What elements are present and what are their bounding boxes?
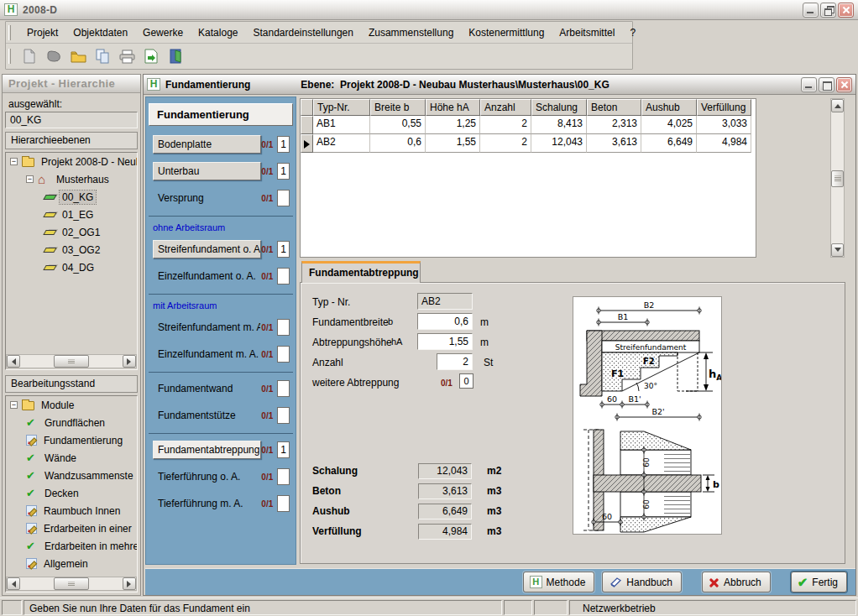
cell-breite[interactable]: 0,6	[370, 134, 426, 153]
restore-button[interactable]	[820, 3, 836, 18]
menu-item[interactable]: Gewerke	[135, 24, 191, 41]
module-button[interactable]: Fundamentabtreppung	[153, 441, 261, 459]
tree-item-label[interactable]: Wandzusammenste	[42, 469, 136, 483]
menu-item[interactable]: ?	[622, 24, 643, 41]
column-header[interactable]: Verfüllung	[697, 99, 751, 116]
count-input[interactable]: 1	[277, 441, 290, 458]
menu-item[interactable]: Objektdaten	[65, 24, 135, 41]
module-button[interactable]	[146, 290, 272, 297]
tree-item[interactable]: Raumbuch Innen	[6, 502, 137, 519]
count-input[interactable]	[277, 319, 290, 336]
tree-item[interactable]: 02_OG1	[6, 223, 137, 241]
close-button[interactable]	[838, 3, 854, 18]
tree-item[interactable]: Fundamentierung	[6, 431, 137, 449]
cell-beton[interactable]: 3,613	[587, 134, 641, 153]
menu-item[interactable]: Kostenermittlung	[461, 24, 552, 41]
tree-item[interactable]: Grundflächen	[6, 414, 137, 431]
tree-item[interactable]: Wände	[6, 449, 137, 467]
cell-verfuellung[interactable]: 4,984	[697, 134, 751, 153]
methode-button[interactable]: Methode	[523, 572, 595, 593]
tree-item-label[interactable]: 04_DG	[60, 261, 97, 274]
row-selector[interactable]	[301, 116, 313, 134]
expand-collapse-icon[interactable]	[10, 401, 18, 409]
menu-item[interactable]: Arbeitsmittel	[552, 24, 622, 41]
module-button[interactable]: Tieferführung m. A.	[153, 494, 261, 513]
minimize-button[interactable]	[801, 77, 817, 92]
column-header[interactable]: Anzahl	[480, 99, 531, 116]
anzahl-input[interactable]: 2	[437, 353, 473, 370]
column-header[interactable]: Höhe hA	[426, 99, 480, 116]
open-document-icon[interactable]	[45, 48, 62, 65]
count-input[interactable]	[277, 468, 290, 485]
count-input[interactable]	[277, 495, 290, 512]
tree-item-label[interactable]: Musterhaus	[54, 173, 112, 186]
menu-item[interactable]: Kataloge	[191, 24, 245, 41]
tree-item[interactable]: 04_DG	[6, 258, 137, 276]
cell-anzahl[interactable]: 2	[480, 134, 531, 153]
cell-typ[interactable]: AB1	[313, 116, 370, 134]
scroll-thumb[interactable]	[54, 355, 89, 368]
module-button[interactable]: Einzelfundament m. A.	[153, 345, 261, 363]
tree-item-label[interactable]: 02_OG1	[60, 226, 102, 239]
column-header[interactable]: Schalung	[531, 99, 587, 116]
maximize-button[interactable]	[819, 77, 834, 92]
count-input[interactable]	[277, 346, 290, 363]
count-input[interactable]: 1	[277, 136, 290, 153]
module-button[interactable]: Unterbau	[153, 162, 261, 180]
fertig-button[interactable]: Fertig	[791, 572, 847, 593]
scroll-thumb[interactable]	[831, 170, 844, 187]
tree-item-label[interactable]: Decken	[42, 487, 81, 500]
cell-anzahl[interactable]: 2	[480, 116, 531, 134]
tree-item-label[interactable]: Projekt 2008-D - Neubau	[39, 155, 138, 169]
tree-item[interactable]: Projekt 2008-D - Neubau	[6, 153, 137, 170]
tree-item-label[interactable]: Allgemein	[41, 557, 91, 571]
count-input[interactable]	[277, 380, 290, 397]
count-input[interactable]	[277, 407, 290, 424]
scroll-left-icon[interactable]	[7, 355, 20, 368]
tree-item[interactable]: Erdarbeiten in einer	[6, 519, 137, 537]
cell-verfuellung[interactable]: 3,033	[697, 116, 751, 134]
module-button[interactable]: mit Arbeitsraum	[153, 300, 217, 311]
scroll-right-icon[interactable]	[123, 577, 136, 590]
count-input[interactable]: 1	[277, 163, 290, 180]
table-vscrollbar[interactable]	[830, 98, 845, 258]
column-header[interactable]: Beton	[587, 99, 641, 116]
tree-item[interactable]: Erdarbeiten in mehre	[6, 537, 137, 555]
tree-item[interactable]: 00_KG	[6, 188, 137, 206]
module-button[interactable]: Bodenplatte	[153, 135, 261, 154]
table-row[interactable]: AB1 0,55 1,25 2 8,413 2,313 4,025 3,033	[301, 116, 756, 134]
scroll-down-icon[interactable]	[831, 243, 844, 257]
tree-item-label[interactable]: Module	[39, 399, 76, 412]
tree-item-label[interactable]: Grundflächen	[42, 416, 107, 430]
tree-item-label[interactable]: Fundamentierung	[41, 434, 125, 447]
cell-schalung[interactable]: 12,043	[531, 134, 587, 153]
expand-collapse-icon[interactable]	[10, 158, 18, 165]
print-icon[interactable]	[118, 48, 135, 65]
hierarchy-hscrollbar[interactable]	[6, 354, 137, 368]
cell-breite[interactable]: 0,55	[370, 116, 426, 134]
close-button[interactable]	[836, 77, 852, 92]
tab-fundamentabtreppung[interactable]: Fundamentabtreppung	[301, 261, 421, 283]
scroll-thumb[interactable]	[54, 577, 89, 590]
tree-item-label[interactable]: Wände	[42, 452, 79, 465]
tree-item[interactable]: Module	[6, 396, 137, 414]
row-selector[interactable]	[301, 134, 313, 153]
menu-item[interactable]: Projekt	[19, 24, 65, 41]
new-document-icon[interactable]	[21, 48, 38, 65]
module-button[interactable]	[146, 430, 272, 436]
module-button[interactable]: Streifenfundament m. A.	[153, 318, 261, 337]
cell-beton[interactable]: 2,313	[587, 116, 641, 134]
tree-item[interactable]: Decken	[6, 484, 137, 502]
tree-item-label[interactable]: Erdarbeiten in mehre	[42, 540, 138, 553]
cell-aushub[interactable]: 6,649	[641, 134, 697, 153]
column-header[interactable]: Typ-Nr.	[313, 99, 370, 116]
fundamentbreite-input[interactable]: 0,6	[417, 313, 473, 330]
module-button[interactable]: Fundamentwand	[153, 379, 261, 398]
table-row[interactable]: AB2 0,6 1,55 2 12,043 3,613 6,649 4,984	[301, 134, 756, 153]
open-folder-icon[interactable]	[70, 48, 86, 65]
tree-item-label[interactable]: 03_OG2	[60, 243, 102, 257]
cell-aushub[interactable]: 4,025	[641, 116, 697, 134]
tree-item[interactable]: 01_EG	[6, 206, 137, 223]
column-header[interactable]: Aushub	[641, 99, 697, 116]
tree-item-label[interactable]: 01_EG	[60, 208, 96, 222]
